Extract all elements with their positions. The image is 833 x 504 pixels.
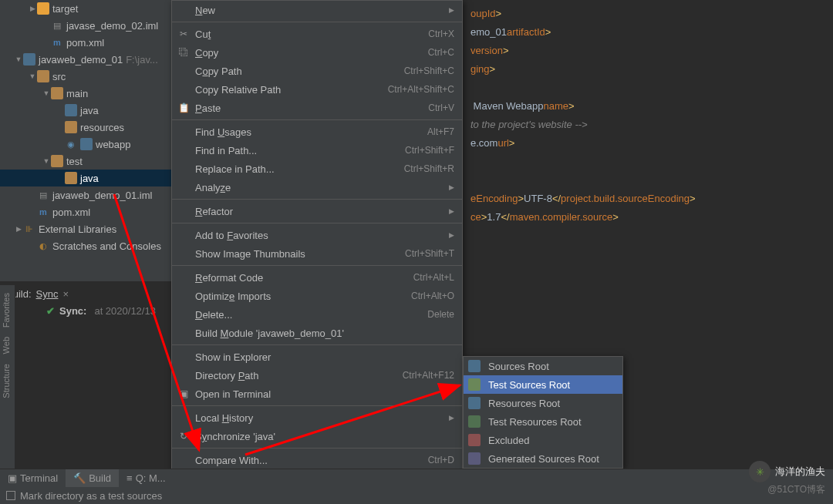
tree-item[interactable]: ▶⊪External Libraries — [0, 220, 174, 237]
menu-item[interactable]: Find UsagesAlt+F7 — [172, 123, 462, 141]
menu-label: Compare With... — [191, 455, 428, 466]
tree-item[interactable]: resources — [0, 119, 174, 136]
submenu-arrow-icon: ▶ — [449, 183, 454, 191]
menu-item[interactable]: ↻Synchronize 'java' — [172, 427, 462, 445]
close-icon[interactable]: × — [62, 288, 69, 300]
tree-label: pom.xml — [66, 37, 104, 49]
expand-icon[interactable]: ▼ — [14, 55, 23, 63]
menu-item[interactable]: Optimize ImportsCtrl+Alt+O — [172, 287, 462, 305]
menu-shortcut: Delete — [427, 309, 454, 320]
folder-icon — [468, 397, 481, 409]
submenu-item[interactable]: Test Sources Root — [464, 375, 622, 394]
menu-icon: ✂ — [177, 29, 191, 39]
tree-item[interactable]: ◐Scratches and Consoles — [0, 237, 174, 254]
tree-label: java — [80, 105, 99, 116]
tree-label: webapp — [96, 139, 131, 150]
menu-label: Reformat Code — [191, 272, 413, 284]
menu-item[interactable]: Reformat CodeCtrl+Alt+L — [172, 268, 462, 287]
submenu-item[interactable]: Resources Root — [464, 394, 622, 412]
mark-directory-submenu[interactable]: Sources RootTest Sources RootResources R… — [463, 356, 623, 469]
build-sync-row: ✔ Sync: at 2020/12/13 — [46, 305, 156, 317]
folder-icon — [37, 70, 49, 82]
context-menu[interactable]: New▶✂CutCtrl+X⿻CopyCtrl+CCopy PathCtrl+S… — [171, 0, 463, 504]
menu-item[interactable]: ⿻CopyCtrl+C — [172, 43, 462, 62]
status-text: Mark directory as a test sources — [20, 490, 162, 502]
menu-label: Copy Path — [191, 66, 404, 77]
tree-label: target — [52, 3, 78, 15]
tree-item[interactable]: ▤javaweb_demo_01.iml — [0, 186, 174, 203]
menu-item[interactable]: Local History▶ — [172, 408, 462, 427]
tree-item[interactable]: mpom.xml — [0, 203, 174, 220]
menu-item[interactable]: Copy PathCtrl+Shift+C — [172, 62, 462, 80]
project-tree[interactable]: ▶target▤javase_demo_02.imlmpom.xml▼javaw… — [0, 0, 174, 281]
side-tab-favorites[interactable]: Favorites — [0, 288, 12, 332]
expand-icon[interactable]: ▼ — [42, 157, 51, 165]
side-tab-web[interactable]: Web — [0, 332, 12, 358]
build-sync-tab[interactable]: Sync — [36, 288, 59, 300]
menu-item[interactable]: Analyze▶ — [172, 178, 462, 197]
menu-icon: 📋 — [177, 102, 191, 113]
expand-icon[interactable]: ▼ — [42, 89, 51, 97]
tree-item[interactable]: java — [0, 102, 174, 119]
submenu-label: Test Resources Root — [488, 416, 582, 428]
tree-item[interactable]: ▼src — [0, 68, 174, 85]
tree-item[interactable]: ▼main — [0, 85, 174, 102]
submenu-item[interactable]: Test Resources Root — [464, 412, 622, 431]
menu-item[interactable]: New▶ — [172, 1, 462, 19]
folder-icon — [65, 121, 77, 133]
folder-icon — [80, 138, 93, 150]
editor[interactable]: oupId>emo_01artifactId>version>ging> Mav… — [463, 0, 833, 277]
folder-icon — [23, 53, 35, 66]
tree-item[interactable]: ▼javaweb_demo_01F:\jav... — [0, 51, 174, 68]
tree-item[interactable]: ▶target — [0, 0, 174, 17]
menu-item[interactable]: ✂CutCtrl+X — [172, 25, 462, 43]
submenu-label: Sources Root — [488, 361, 549, 372]
menu-shortcut: Ctrl+Alt+Shift+C — [388, 84, 454, 95]
expand-icon[interactable]: ▼ — [28, 72, 37, 80]
menu-icon: ▣ — [177, 388, 191, 399]
tab-q[interactable]: ≡ Q: M... — [119, 469, 174, 487]
menu-item[interactable]: Find in Path...Ctrl+Shift+F — [172, 141, 462, 160]
menu-item[interactable]: ▣Open in Terminal — [172, 385, 462, 403]
submenu-item[interactable]: Generated Sources Root — [464, 449, 622, 468]
menu-item[interactable]: Copy Relative PathCtrl+Alt+Shift+C — [172, 80, 462, 99]
submenu-arrow-icon: ▶ — [449, 207, 454, 215]
menu-item[interactable]: Compare With...Ctrl+D — [172, 451, 462, 469]
tab-build[interactable]: 🔨 Build — [66, 469, 119, 487]
submenu-arrow-icon: ▶ — [449, 231, 454, 239]
tab-terminal[interactable]: ▣ Terminal — [0, 469, 66, 487]
tree-label: java — [80, 173, 99, 184]
tree-item[interactable]: ▼test — [0, 153, 174, 170]
menu-shortcut: Ctrl+Shift+C — [404, 66, 454, 76]
menu-item[interactable]: Add to Favorites▶ — [172, 226, 462, 244]
menu-label: Cut — [191, 29, 428, 40]
tree-item[interactable]: java — [0, 170, 174, 186]
submenu-item[interactable]: Sources Root — [464, 357, 622, 375]
left-side-tabs: Favorites Web Structure — [0, 285, 15, 478]
menu-item[interactable]: Show in Explorer — [172, 348, 462, 366]
menu-item[interactable]: Replace in Path...Ctrl+Shift+R — [172, 160, 462, 178]
expand-icon[interactable]: ▶ — [14, 225, 23, 233]
menu-label: Copy — [191, 47, 428, 59]
menu-item[interactable]: Delete...Delete — [172, 305, 462, 324]
side-tab-structure[interactable]: Structure — [0, 359, 12, 403]
menu-label: Optimize Imports — [191, 291, 411, 302]
expand-icon[interactable]: ▶ — [28, 5, 37, 12]
menu-item[interactable]: Refactor▶ — [172, 202, 462, 220]
menu-label: Paste — [191, 102, 428, 114]
menu-item[interactable]: 📋PasteCtrl+V — [172, 99, 462, 117]
menu-item[interactable]: Directory PathCtrl+Alt+F12 — [172, 366, 462, 385]
menu-item[interactable]: Build Module 'javaweb_demo_01' — [172, 324, 462, 342]
menu-shortcut: Ctrl+Shift+T — [405, 248, 454, 259]
tree-item[interactable]: ▤javase_demo_02.iml — [0, 17, 174, 34]
menu-label: Replace in Path... — [191, 163, 404, 175]
menu-item[interactable]: Show Image ThumbnailsCtrl+Shift+T — [172, 244, 462, 263]
folder-icon — [468, 360, 481, 372]
status-checkbox[interactable] — [6, 491, 15, 500]
tree-item[interactable]: mpom.xml — [0, 34, 174, 51]
tree-item[interactable]: ◉webapp — [0, 136, 174, 153]
tree-label: javaweb_demo_01 — [39, 54, 123, 66]
tree-label: Scratches and Consoles — [52, 240, 161, 252]
submenu-item[interactable]: Excluded — [464, 431, 622, 449]
folder-icon — [65, 104, 77, 116]
